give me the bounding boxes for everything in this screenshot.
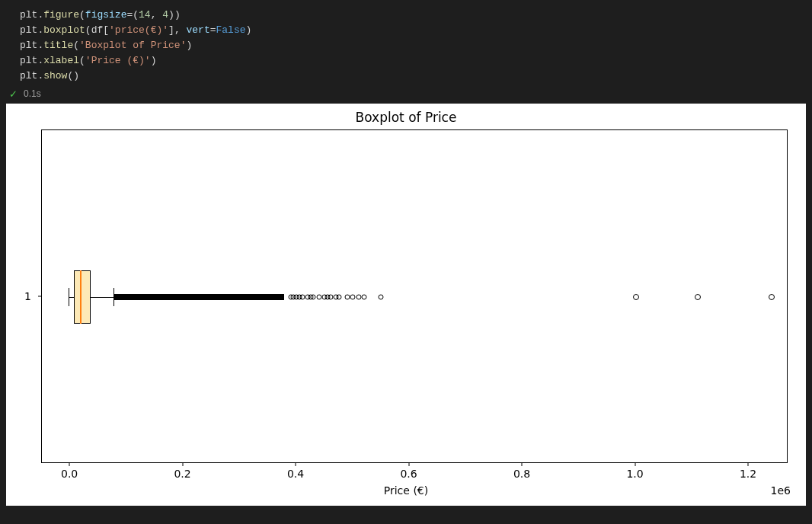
code-cell: plt.figure(figsize=(14, 4)) plt.boxplot(… <box>0 0 812 104</box>
code-token: title <box>43 40 73 51</box>
matplotlib-figure: Boxplot of Price 1 Price (€) 1e6 0.00.20… <box>6 104 806 506</box>
xtick-label: 0.6 <box>400 468 417 480</box>
boxplot-outlier <box>633 294 639 300</box>
boxplot-outliers-dense <box>113 294 284 300</box>
boxplot-outlier <box>299 295 305 300</box>
xtick-label: 0.2 <box>174 468 190 480</box>
code-editor[interactable]: plt.figure(figsize=(14, 4)) plt.boxplot(… <box>6 6 806 85</box>
code-token: 14 <box>139 9 151 21</box>
execution-status: ✓ 0.1s <box>6 85 806 104</box>
code-token: 'price(€)' <box>109 24 168 36</box>
execution-duration: 0.1s <box>24 88 41 99</box>
xtick-mark <box>69 463 70 466</box>
chart-title: Boxplot of Price <box>6 110 806 125</box>
chart-axes <box>41 129 788 463</box>
xtick-mark <box>408 463 409 466</box>
xtick-mark <box>635 463 635 466</box>
boxplot-outlier <box>695 294 701 300</box>
code-token: 4 <box>162 9 168 21</box>
boxplot-outlier <box>344 295 350 300</box>
boxplot-outlier <box>356 295 361 300</box>
x-axis-offset: 1e6 <box>771 484 791 497</box>
boxplot-box <box>74 270 91 324</box>
cell-output: Boxplot of Price 1 Price (€) 1e6 0.00.20… <box>0 104 812 512</box>
xtick-label: 0.4 <box>287 468 304 480</box>
code-token: df <box>91 24 104 36</box>
code-token: vert <box>186 24 209 36</box>
xtick-mark <box>296 463 296 466</box>
code-token: 'Boxplot of Price' <box>79 40 186 51</box>
code-token: plt <box>20 55 37 66</box>
boxplot-cap-low <box>69 288 69 306</box>
xtick-label: 0.8 <box>513 468 530 480</box>
code-token: False <box>216 24 246 36</box>
code-token: figsize <box>85 9 127 21</box>
boxplot-outlier <box>336 295 341 300</box>
xtick-mark <box>182 463 183 466</box>
boxplot-outlier <box>362 295 367 300</box>
boxplot-median <box>80 270 82 324</box>
xtick-mark <box>522 463 523 466</box>
x-axis-label: Price (€) <box>6 484 806 497</box>
xtick-mark <box>748 463 749 466</box>
code-token: plt <box>20 24 37 36</box>
code-token: plt <box>20 40 37 51</box>
boxplot-outlier <box>328 295 333 300</box>
xtick-label: 1.0 <box>626 468 643 480</box>
success-check-icon: ✓ <box>9 89 18 99</box>
boxplot-whisker-low <box>69 297 74 298</box>
code-token: plt <box>20 9 37 21</box>
xtick-label: 0.0 <box>61 468 78 480</box>
code-token: show <box>43 70 67 81</box>
xtick-label: 1.2 <box>740 468 756 480</box>
boxplot-whisker-high <box>91 297 113 298</box>
code-token: figure <box>43 9 79 21</box>
boxplot-outlier <box>769 294 775 300</box>
boxplot-outlier <box>311 295 316 300</box>
code-token: plt <box>20 70 37 81</box>
boxplot-outlier <box>350 295 356 300</box>
ytick-mark <box>38 296 41 297</box>
ytick-label: 1 <box>24 290 31 302</box>
code-token: 'Price (€)' <box>85 55 151 66</box>
boxplot-outlier <box>379 295 384 300</box>
code-token: boxplot <box>43 24 85 36</box>
code-token: xlabel <box>43 55 79 66</box>
boxplot-outlier <box>316 295 321 300</box>
